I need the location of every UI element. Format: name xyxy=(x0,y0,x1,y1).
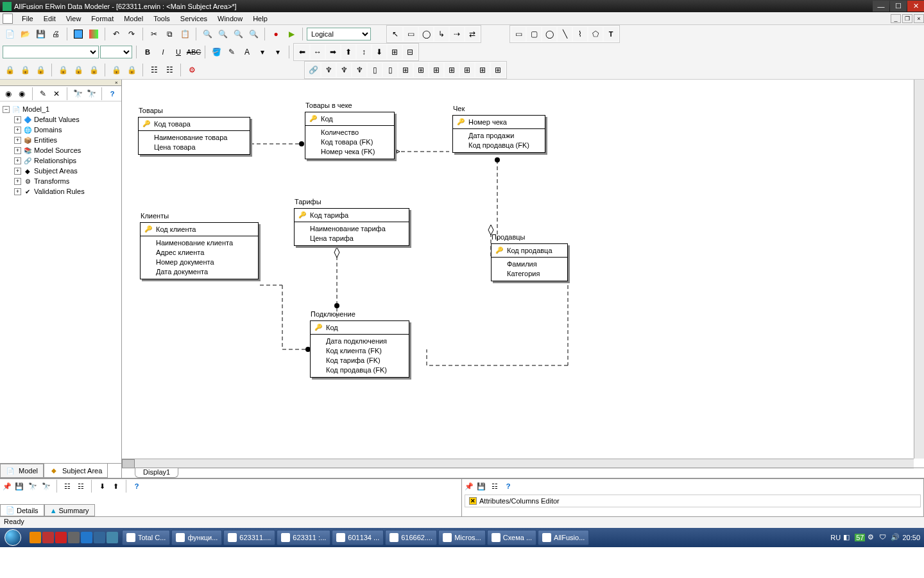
cut-button[interactable]: ✂ xyxy=(147,27,161,41)
shape-text-tool[interactable]: T xyxy=(604,27,618,41)
panel-tool1[interactable]: ☷ xyxy=(62,480,73,492)
menu-edit[interactable]: Edit xyxy=(38,13,61,24)
align-center-v-button[interactable]: ↕ xyxy=(357,45,371,59)
tray-icon[interactable]: 🛡 xyxy=(879,533,888,542)
tray-icon[interactable]: ⚙ xyxy=(868,533,877,542)
scroll-thumb[interactable] xyxy=(122,459,135,468)
taskbar-clock[interactable]: 20:50 xyxy=(902,534,920,541)
zoom-in-button[interactable]: 🔍 xyxy=(216,27,230,41)
print-button[interactable]: 🖨 xyxy=(49,27,63,41)
lock4-button[interactable]: 🔒 xyxy=(56,63,70,77)
undo-button[interactable]: ↶ xyxy=(109,27,123,41)
lock3-button[interactable]: 🔒 xyxy=(33,63,47,77)
new-button[interactable]: 📄 xyxy=(3,27,17,41)
tree-root[interactable]: − 📄 Model_1 xyxy=(3,104,119,114)
tab-subject-area[interactable]: ◆Subject Area xyxy=(44,464,108,478)
window-minimize-button[interactable]: — xyxy=(873,1,889,12)
manytomany-tool[interactable]: ⇄ xyxy=(465,27,479,41)
shape-polyline-tool[interactable]: ⌇ xyxy=(573,27,587,41)
model-tree[interactable]: − 📄 Model_1 +🔷Default Values+🌐Domains+📦E… xyxy=(0,101,121,463)
zoom-100-button[interactable]: 🔍 xyxy=(246,27,261,41)
menu-tools[interactable]: Tools xyxy=(148,13,175,24)
entity-tool[interactable]: ▭ xyxy=(404,27,418,41)
taskbar-app-button[interactable]: функци... xyxy=(171,530,222,545)
explorer-find[interactable]: 🔭 xyxy=(72,88,83,100)
diagram-canvas[interactable]: Товары Код товара Наименование товара Це… xyxy=(122,80,914,459)
panel-tool3[interactable]: ⬇ xyxy=(96,480,108,492)
menu-model[interactable]: Model xyxy=(119,13,148,24)
tree-item[interactable]: +🔗Relationships xyxy=(14,155,119,166)
tree-expand-icon[interactable]: + xyxy=(14,178,21,185)
align-bottom-button[interactable]: ⬇ xyxy=(372,45,386,59)
layout3-button[interactable]: ⊞ xyxy=(429,63,443,77)
entity-klienty[interactable]: Клиенты Код клиента Наименование клиента… xyxy=(140,222,259,279)
lock5-button[interactable]: 🔒 xyxy=(71,63,85,77)
shape-roundrect-tool[interactable]: ▢ xyxy=(527,27,541,41)
layout4-button[interactable]: ⊞ xyxy=(445,63,459,77)
italic-button[interactable]: I xyxy=(156,45,170,59)
layout6-button[interactable]: ⊞ xyxy=(475,63,490,77)
attr-help[interactable]: ? xyxy=(502,480,514,492)
tree2-button[interactable]: ♆ xyxy=(337,63,351,77)
attr-tool[interactable]: ☷ xyxy=(489,480,501,492)
identifying-rel-tool[interactable]: ↳ xyxy=(434,27,449,41)
mdi-minimize-button[interactable]: _ xyxy=(891,14,901,23)
layout7-button[interactable]: ⊞ xyxy=(491,63,505,77)
attr-save[interactable]: 💾 xyxy=(475,480,487,492)
mdi-restore-button[interactable]: ❐ xyxy=(902,14,912,23)
nonidentifying-rel-tool[interactable]: ⇢ xyxy=(450,27,464,41)
tree-expand-icon[interactable]: + xyxy=(14,157,21,164)
menu-help[interactable]: Help xyxy=(248,13,273,24)
quicklaunch-icon[interactable] xyxy=(107,532,118,543)
redo-button[interactable]: ↷ xyxy=(124,27,139,41)
vertical-scrollbar[interactable] xyxy=(914,80,924,459)
bold-button[interactable]: B xyxy=(141,45,155,59)
entity-prodavtsy[interactable]: Продавцы Код продавца Фамилия Категория xyxy=(491,243,568,281)
tree-item[interactable]: +🌐Domains xyxy=(14,125,119,135)
run-button[interactable]: ● xyxy=(269,27,283,41)
explorer-delete[interactable]: ✕ xyxy=(51,88,62,100)
model-type-combo[interactable]: Logical xyxy=(307,28,371,40)
menu-window[interactable]: Window xyxy=(212,13,248,24)
save-button[interactable]: 💾 xyxy=(33,27,47,41)
col1-button[interactable]: ▯ xyxy=(368,63,382,77)
paste-button[interactable]: 📋 xyxy=(178,27,192,41)
zoom-fit-button[interactable]: 🔍 xyxy=(231,27,245,41)
tree-expand-icon[interactable]: + xyxy=(14,116,21,123)
underline-button[interactable]: U xyxy=(171,45,185,59)
taskbar-app-button[interactable]: 616662.... xyxy=(385,530,437,545)
fill-color-button[interactable]: 🪣 xyxy=(209,45,223,59)
display-tab[interactable]: Display1 xyxy=(135,468,178,478)
quicklaunch-icon[interactable] xyxy=(94,532,105,543)
align-top-button[interactable]: ⬆ xyxy=(341,45,355,59)
tree-item[interactable]: +✔Validation Rules xyxy=(14,186,119,197)
shape-polygon-tool[interactable]: ⬠ xyxy=(588,27,603,41)
menu-view[interactable]: View xyxy=(61,13,87,24)
explorer-edit[interactable]: ✎ xyxy=(37,88,49,100)
entity-tarify[interactable]: Тарифы Код тарифа Наименование тарифа Це… xyxy=(294,208,409,246)
shape-rect-tool[interactable]: ▭ xyxy=(511,27,526,41)
pin-icon[interactable]: 📌 xyxy=(3,482,12,491)
panel-close-button[interactable]: × xyxy=(115,80,121,85)
pointer-tool[interactable]: ↖ xyxy=(388,27,402,41)
quicklaunch-icon[interactable] xyxy=(55,532,67,543)
panel-tool2[interactable]: ☷ xyxy=(75,480,87,492)
pin-icon[interactable]: 📌 xyxy=(465,482,474,491)
lock7-button[interactable]: 🔒 xyxy=(109,63,123,77)
tree3-button[interactable]: ♆ xyxy=(352,63,366,77)
ungroup-button[interactable]: ⊟ xyxy=(403,45,417,59)
font-family-combo[interactable] xyxy=(3,46,99,58)
tab-model[interactable]: 📄Model xyxy=(0,464,44,478)
lock2-button[interactable]: 🔒 xyxy=(18,63,32,77)
quicklaunch-icon[interactable] xyxy=(81,532,92,543)
lock1-button[interactable]: 🔒 xyxy=(3,63,17,77)
tree-collapse-icon[interactable]: − xyxy=(3,106,10,113)
taskbar-app-button[interactable]: 623311 :... xyxy=(277,530,330,545)
font-size-combo[interactable] xyxy=(100,46,132,58)
align-center-h-button[interactable]: ↔ xyxy=(311,45,325,59)
explorer-btn2[interactable]: ◉ xyxy=(16,88,28,100)
start-button[interactable] xyxy=(0,528,26,547)
shape-line-tool[interactable]: ╲ xyxy=(558,27,572,41)
shape-ellipse-tool[interactable]: ◯ xyxy=(542,27,556,41)
menu-services[interactable]: Services xyxy=(175,13,212,24)
